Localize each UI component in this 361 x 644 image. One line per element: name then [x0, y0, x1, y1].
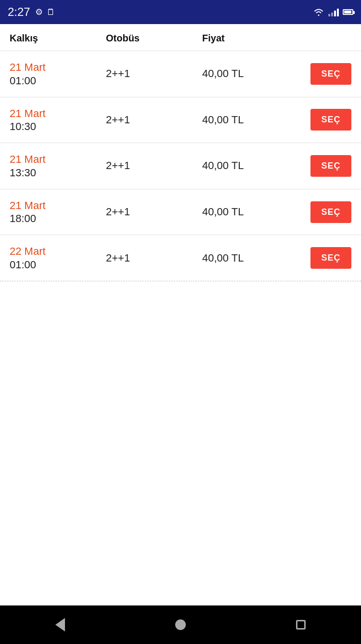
- header-fiyat: Fiyat: [202, 33, 351, 44]
- header-kalkis: Kalkış: [10, 33, 106, 44]
- nav-bar: [0, 605, 361, 644]
- row-otobus-4: 2++1: [106, 252, 202, 264]
- table-row: 21 Mart 10:30 2++1 40,00 TL SEÇ: [0, 97, 361, 144]
- row-time-4: 01:00: [10, 259, 106, 271]
- sec-button-0[interactable]: SEÇ: [310, 63, 351, 85]
- sec-button-4[interactable]: SEÇ: [310, 247, 351, 269]
- back-button[interactable]: [51, 613, 70, 636]
- rows-container: 21 Mart 01:00 2++1 40,00 TL SEÇ 21 Mart …: [0, 51, 361, 281]
- signal-icon: [328, 8, 339, 16]
- wifi-icon: [313, 8, 324, 16]
- row-date-1: 21 Mart: [10, 107, 106, 121]
- row-kalkis-2: 21 Mart 13:30: [10, 153, 106, 179]
- status-time: 2:27: [8, 5, 30, 19]
- header-otobus: Otobüs: [106, 33, 202, 44]
- status-bar: 2:27 ⚙ 🗒: [0, 0, 361, 24]
- clipboard-icon: 🗒: [47, 7, 55, 17]
- sec-button-1[interactable]: SEÇ: [310, 109, 351, 131]
- sec-button-3[interactable]: SEÇ: [310, 201, 351, 223]
- gear-icon: ⚙: [35, 7, 43, 17]
- home-icon: [175, 619, 186, 630]
- home-button[interactable]: [170, 615, 191, 635]
- row-otobus-0: 2++1: [106, 67, 202, 80]
- row-time-2: 13:30: [10, 167, 106, 179]
- row-otobus-2: 2++1: [106, 159, 202, 172]
- row-kalkis-3: 21 Mart 18:00: [10, 199, 106, 225]
- row-otobus-1: 2++1: [106, 114, 202, 126]
- row-fiyat-0: 40,00 TL: [202, 67, 310, 80]
- table-row: 22 Mart 01:00 2++1 40,00 TL SEÇ: [0, 235, 361, 281]
- main-content: Kalkış Otobüs Fiyat 21 Mart 01:00 2++1 4…: [0, 24, 361, 605]
- back-icon: [55, 618, 65, 631]
- row-kalkis-0: 21 Mart 01:00: [10, 61, 106, 87]
- row-date-3: 21 Mart: [10, 199, 106, 213]
- table-row: 21 Mart 18:00 2++1 40,00 TL SEÇ: [0, 189, 361, 236]
- row-fiyat-3: 40,00 TL: [202, 206, 310, 218]
- row-otobus-3: 2++1: [106, 206, 202, 218]
- row-fiyat-1: 40,00 TL: [202, 114, 310, 126]
- row-fiyat-2: 40,00 TL: [202, 159, 310, 172]
- row-time-1: 10:30: [10, 120, 106, 133]
- recent-button[interactable]: [291, 615, 310, 634]
- row-time-0: 01:00: [10, 75, 106, 87]
- row-date-0: 21 Mart: [10, 61, 106, 75]
- table-row: 21 Mart 01:00 2++1 40,00 TL SEÇ: [0, 51, 361, 97]
- row-fiyat-4: 40,00 TL: [202, 252, 310, 264]
- row-date-4: 22 Mart: [10, 245, 106, 259]
- table-header: Kalkış Otobüs Fiyat: [0, 24, 361, 51]
- battery-icon: [343, 9, 353, 15]
- row-time-3: 18:00: [10, 212, 106, 225]
- status-icons-right: [313, 8, 353, 16]
- row-kalkis-1: 21 Mart 10:30: [10, 107, 106, 133]
- row-kalkis-4: 22 Mart 01:00: [10, 245, 106, 271]
- table-row: 21 Mart 13:30 2++1 40,00 TL SEÇ: [0, 143, 361, 189]
- row-date-2: 21 Mart: [10, 153, 106, 167]
- status-icons-left: ⚙ 🗒: [35, 7, 55, 17]
- recent-icon: [296, 620, 306, 630]
- sec-button-2[interactable]: SEÇ: [310, 155, 351, 177]
